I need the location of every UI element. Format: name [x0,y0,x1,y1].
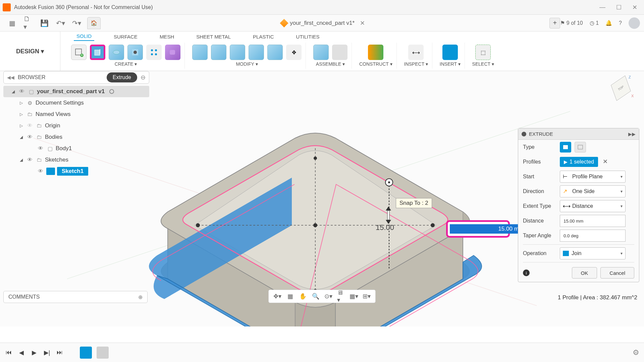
tree-sketches[interactable]: ◢👁🗀 Sketches [3,154,149,166]
inspect-group-label[interactable]: INSPECT ▾ [404,61,428,67]
help-icon[interactable]: ? [619,20,622,26]
undo-icon[interactable]: ↶▾ [56,18,65,28]
tab-plastic[interactable]: PLASTIC [250,33,277,41]
insert-icon[interactable] [442,45,458,60]
ok-button[interactable]: OK [572,267,597,279]
timeline-next-icon[interactable]: ▶| [43,349,51,357]
tree-bodies[interactable]: ◢👁🗀 Bodies [3,131,149,143]
dimension-input[interactable] [450,224,526,234]
pan-icon[interactable]: ✋ [299,292,307,300]
expand-panel-icon[interactable]: ▶▶ [628,131,636,137]
svg-point-6 [133,51,137,54]
window-title: Autodesk Fusion 360 (Personal - Not for … [14,4,153,10]
tree-document-settings[interactable]: ▷⚙ Document Settings [3,97,149,109]
orbit-icon[interactable]: ✥▾ [273,292,281,300]
direction-dropdown[interactable]: ↗ One Side ▾ [560,185,626,197]
shell-icon[interactable] [230,45,245,60]
new-tab-button[interactable]: + [549,18,560,28]
viewport-icon[interactable]: ⊞▾ [363,292,371,300]
select-group-label[interactable]: SELECT ▾ [472,61,494,67]
collapse-left-icon[interactable]: ◀◀ [7,75,14,80]
press-pull-icon[interactable] [192,45,208,60]
select-icon[interactable]: ⬚ [475,45,491,60]
minimize-button[interactable]: — [599,4,605,11]
panel-bullet-icon [522,132,526,136]
timeline-prev-icon[interactable]: ◀ [17,349,25,357]
display-icon[interactable]: 🖥▾ [337,292,345,300]
assemble-icon[interactable] [313,45,329,60]
tree-root[interactable]: ◢ 👁 ▢ your_first_cnced_part v1 [3,86,149,97]
distance-input[interactable] [560,215,626,227]
tab-mesh[interactable]: MESH [157,33,177,41]
clear-selection-icon[interactable]: ✕ [603,158,608,165]
timeline-bar: ⏮ ◀ ▶ ▶| ⏭ ⚙ [0,343,644,362]
fillet-icon[interactable] [211,45,226,60]
operation-dropdown[interactable]: Join ▾ [560,247,626,259]
extent-dropdown[interactable]: ⟷ Distance ▾ [560,200,626,212]
timeline-feature-extrude[interactable] [97,347,109,359]
grid-icon[interactable]: ▦▾ [350,292,358,300]
cancel-button[interactable]: Cancel [600,267,634,279]
construct-group-label[interactable]: CONSTRUCT ▾ [359,61,392,67]
zoom-icon[interactable]: 🔍 [312,292,320,300]
add-comment-icon[interactable]: ⊕ [138,294,143,300]
timeline-settings-icon[interactable]: ⚙ [633,348,639,357]
notifications-icon[interactable]: 🔔 [605,20,612,26]
svg-rect-11 [170,50,175,55]
type-solid-icon[interactable] [560,142,571,153]
extensions-indicator[interactable]: ⚑ 9 of 10 [560,20,583,26]
hole-tool-icon[interactable] [127,45,143,60]
close-tab-icon[interactable]: ✕ [360,19,365,27]
tree-sketch1[interactable]: 👁 Sketch1 [3,166,149,177]
type-thin-icon[interactable] [575,142,586,153]
timeline-start-icon[interactable]: ⏮ [5,349,13,357]
revolve-tool-icon[interactable] [109,45,124,60]
close-button[interactable]: ✕ [632,4,637,11]
svg-point-9 [151,53,153,55]
timeline-play-icon[interactable]: ▶ [30,349,38,357]
taper-input[interactable] [560,230,626,242]
user-avatar[interactable] [629,17,640,29]
construct-icon[interactable] [368,45,383,60]
tab-surface[interactable]: SURFACE [111,33,140,41]
move-icon[interactable]: ✥ [286,45,302,60]
insert-group-label[interactable]: INSERT ▾ [440,61,461,67]
grid-apps-icon[interactable]: ▦ [7,18,17,28]
maximize-button[interactable]: ☐ [616,4,622,11]
form-tool-icon[interactable] [165,45,180,60]
new-sketch-icon[interactable]: + [71,45,87,60]
info-icon[interactable]: i [523,269,530,276]
look-at-icon[interactable]: ▦ [286,292,294,300]
redo-icon[interactable]: ↷▾ [72,18,81,28]
fit-icon[interactable]: ⊙▾ [324,292,332,300]
tree-body1[interactable]: 👁▢ Body1 [3,143,149,154]
profiles-selection-badge[interactable]: ▶ 1 selected [560,157,598,167]
extrude-tool-icon[interactable] [90,45,105,60]
joint-icon[interactable] [332,45,347,60]
timeline-end-icon[interactable]: ⏭ [56,349,64,357]
inspect-icon[interactable]: ⟷ [408,45,424,60]
create-group-label[interactable]: CREATE ▾ [115,61,137,67]
minimize-panel-icon[interactable]: ⊖ [141,74,146,81]
tab-solid[interactable]: SOLID [74,32,94,41]
modify-group-label[interactable]: MODIFY ▾ [236,61,258,67]
home-button[interactable]: 🏠 [87,17,101,29]
tab-sheet-metal[interactable]: SHEET METAL [194,33,233,41]
workspace-menu[interactable]: DESIGN ▾ [0,32,60,71]
combine-icon[interactable] [249,45,264,60]
view-cube[interactable]: ZX TOP [608,74,634,100]
job-status-indicator[interactable]: ◷ 1 [590,20,599,26]
pattern-tool-icon[interactable] [146,45,162,60]
tree-named-views[interactable]: ▷🗀 Named Views [3,109,149,120]
svg-point-17 [313,223,317,227]
assemble-group-label[interactable]: ASSEMBLE ▾ [316,61,345,67]
document-tab[interactable]: your_first_cnced_part v1* ✕ [276,17,370,29]
file-menu-icon[interactable]: 🗋▾ [23,18,33,28]
save-icon[interactable]: 💾 [40,18,49,28]
tree-origin[interactable]: ▷👁🗀 Origin [3,120,149,131]
timeline-feature-sketch[interactable] [80,347,92,359]
tab-utilities[interactable]: UTILITIES [293,33,322,41]
offset-face-icon[interactable] [267,45,283,60]
start-dropdown[interactable]: ⊢ Profile Plane ▾ [560,171,626,183]
comments-bar[interactable]: COMMENTS ⊕ [3,291,148,303]
